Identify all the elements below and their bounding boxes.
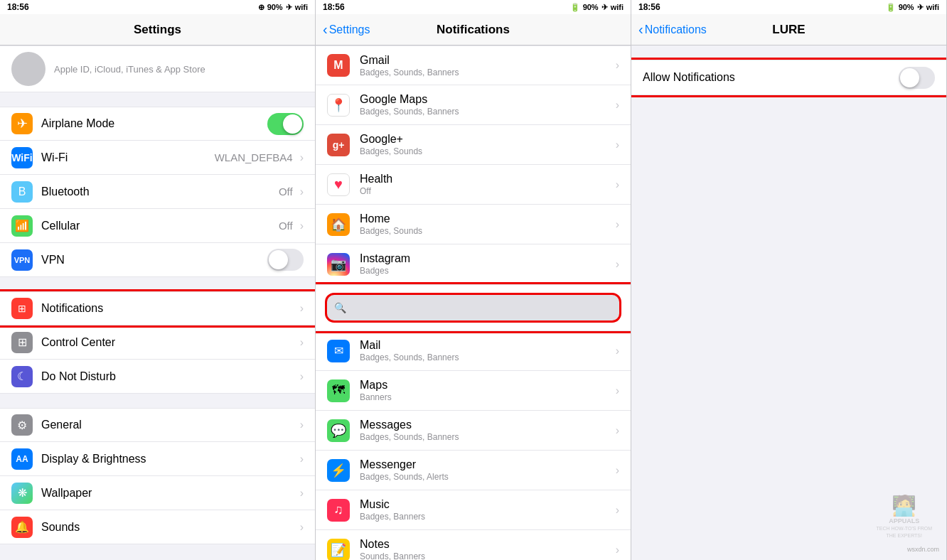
settings-row-wifi[interactable]: WiFi Wi-Fi WLAN_DEFBA4 › [0,141,315,175]
sounds-chevron: › [300,521,304,534]
messenger-content: Messenger Badges, Sounds, Alerts [360,458,616,482]
notif-row-gmail[interactable]: M Gmail Badges, Sounds, Banners › [316,45,631,85]
settings-row-cellular[interactable]: 📶 Cellular Off › [0,209,315,243]
airplane-3: ✈ [917,3,924,12]
nav-bar-lure: ‹ Notifications LURE [631,14,946,45]
messages-chevron: › [616,424,619,437]
watermark-3: 🧑‍💻 APPUALSTECH HOW-TO'S FROMTHE EXPERTS… [877,494,932,539]
notifications-icon: ⊞ [11,298,33,319]
notifications-content: Notifications [41,302,300,315]
settings-row-general[interactable]: ⚙ General › [0,408,315,442]
time-3: 18:56 [638,2,660,12]
notif-row-messages[interactable]: 💬 Messages Badges, Sounds, Banners › [316,411,631,451]
gmail-label: Gmail [360,54,616,67]
status-bar-2: 18:56 🔋 90% ✈ wifi [316,0,631,14]
notif-row-maps[interactable]: 🗺 Maps Banners › [316,371,631,411]
wifi-3: wifi [926,3,939,11]
bluetooth-label: Bluetooth [41,185,279,198]
wifi-content: Wi-Fi [41,151,215,164]
allow-notifications-toggle[interactable] [899,67,935,89]
gplus-content: Google+ Badges, Sounds [360,133,616,156]
nav-bar-settings: Settings [0,14,315,45]
airplane-mode-icon: ✈ [11,113,33,134]
settings-nav-title: Settings [134,23,181,37]
notif-row-instagram[interactable]: 📷 Instagram Badges › [316,244,631,284]
notif-row-notes[interactable]: 📝 Notes Sounds, Banners › [316,530,631,560]
gmail-chevron: › [616,59,619,72]
notif-row-mail[interactable]: ✉ Mail Badges, Sounds, Banners › [316,331,631,371]
gplus-sub: Badges, Sounds [360,146,616,156]
notif-row-gmaps[interactable]: 📍 Google Maps Badges, Sounds, Banners › [316,85,631,125]
vpn-toggle-knob [269,250,288,269]
nav-back-settings[interactable]: ‹ Settings [323,23,370,36]
profile-row[interactable]: Apple ID, iCloud, iTunes & App Store [0,45,315,92]
messenger-sub: Badges, Sounds, Alerts [360,472,616,482]
messages-label: Messages [360,419,616,431]
battery-icon-2: 🔋 [570,3,580,12]
do-not-disturb-label: Do Not Disturb [41,370,300,383]
airplane-mode-toggle[interactable] [267,113,304,135]
location-icon: ⊕ [258,3,264,12]
messenger-chevron: › [616,464,619,477]
allow-notifications-row[interactable]: Allow Notifications [631,60,946,95]
vpn-toggle[interactable] [267,249,304,271]
settings-row-control-center[interactable]: ⊞ Control Center › [0,325,315,360]
general-icon: ⚙ [11,414,33,436]
do-not-disturb-right: › [300,370,304,383]
vpn-label: VPN [41,254,267,266]
notes-chevron: › [616,544,619,556]
cellular-label: Cellular [41,220,279,232]
notif-row-messenger[interactable]: ⚡ Messenger Badges, Sounds, Alerts › [316,451,631,490]
general-content: General [41,419,300,431]
wallpaper-icon: ❋ [11,483,33,504]
wifi-2: wifi [611,3,624,11]
mail-label: Mail [360,339,616,352]
search-highlighted-row[interactable]: 🔍 [316,284,631,331]
bluetooth-right: Off › [279,185,304,198]
display-content: Display & Brightness [41,453,300,465]
settings-row-bluetooth[interactable]: B Bluetooth Off › [0,175,315,209]
settings-row-sounds[interactable]: 🔔 Sounds › [0,510,315,544]
general-chevron: › [300,419,304,431]
general-label: General [41,419,300,431]
notif-row-health[interactable]: ♥ Health Off › [316,165,631,205]
settings-row-display[interactable]: AA Display & Brightness › [0,442,315,476]
airplane-mode-label: Airplane Mode [41,117,267,130]
settings-row-airplane-mode[interactable]: ✈ Airplane Mode [0,107,315,141]
cellular-right: Off › [279,220,304,232]
gmail-content: Gmail Badges, Sounds, Banners [360,54,616,77]
bluetooth-content: Bluetooth [41,185,279,198]
messages-icon: 💬 [327,419,350,442]
bluetooth-chevron: › [300,185,304,198]
search-input[interactable] [351,302,612,313]
settings-row-notifications[interactable]: ⊞ Notifications › [0,291,315,325]
notif-row-home[interactable]: 🏠 Home Badges, Sounds › [316,205,631,244]
nav-back-notifications[interactable]: ‹ Notifications [638,23,707,36]
notif-row-music[interactable]: ♫ Music Badges, Banners › [316,490,631,530]
settings-row-vpn[interactable]: VPN VPN [0,243,315,277]
settings-row-wallpaper[interactable]: ❋ Wallpaper › [0,476,315,510]
health-sub: Off [360,186,616,196]
notes-content: Notes Sounds, Banners [360,538,616,560]
time-2: 18:56 [323,2,345,12]
wallpaper-right: › [300,487,304,500]
section-gap-2 [0,394,315,408]
do-not-disturb-icon: ☾ [11,366,33,387]
gmaps-sub: Badges, Sounds, Banners [360,107,616,117]
do-not-disturb-chevron: › [300,370,304,383]
status-right-1: ⊕ 90% ✈ wifi [258,3,308,12]
search-row[interactable]: 🔍 [327,295,619,321]
notif-row-gplus[interactable]: g+ Google+ Badges, Sounds › [316,125,631,165]
maps-sub: Banners [360,392,616,402]
notifications-label: Notifications [41,302,300,315]
wallpaper-chevron: › [300,487,304,500]
battery-3: 90% [899,3,914,11]
status-right-3: 🔋 90% ✈ wifi [886,3,939,12]
music-sub: Badges, Banners [360,512,616,522]
notifications-chevron: › [300,302,304,315]
gmail-sub: Badges, Sounds, Banners [360,68,616,77]
display-right: › [300,453,304,465]
music-icon: ♫ [327,499,350,522]
instagram-chevron: › [616,258,619,271]
settings-row-do-not-disturb[interactable]: ☾ Do Not Disturb › [0,360,315,394]
